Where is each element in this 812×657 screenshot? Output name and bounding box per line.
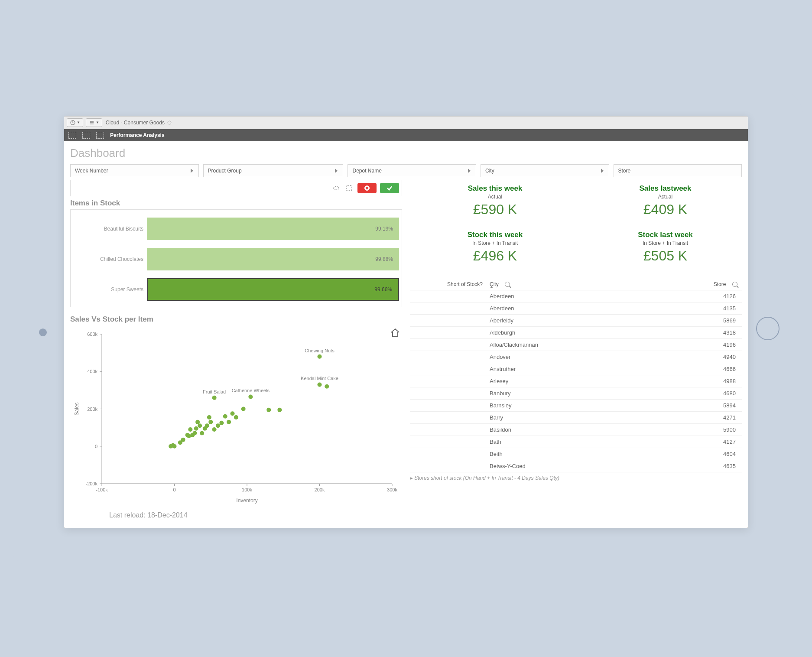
app-window: ▼ ▼ Cloud - Consumer Goods Performance A…	[64, 116, 748, 528]
kpi-value: £505 K	[593, 248, 737, 264]
chevron-right-icon	[601, 169, 604, 173]
filter-store[interactable]: Store	[614, 164, 742, 177]
page-title: Dashboard	[70, 146, 742, 160]
svg-text:Sales: Sales	[74, 402, 80, 415]
svg-point-37	[266, 407, 271, 412]
filter-label: Store	[618, 168, 631, 174]
col-city[interactable]: City ▲	[485, 281, 666, 287]
search-icon[interactable]	[505, 282, 510, 287]
cancel-selection-button[interactable]	[357, 183, 377, 193]
svg-text:0: 0	[95, 443, 97, 449]
cell-store: 4666	[666, 366, 740, 372]
table-row[interactable]: Arlesey4988	[410, 375, 742, 387]
filter-row: Week Number Product Group Depot Name Cit…	[70, 164, 742, 177]
bar-row[interactable]: Super Sweets99.66%	[73, 278, 399, 301]
window-titlebar: ▼ ▼ Cloud - Consumer Goods	[64, 117, 748, 129]
cell-city: Banbury	[485, 390, 666, 397]
table-row[interactable]: Beith4604	[410, 448, 742, 460]
cell-city: Aberdeen	[485, 305, 666, 312]
cell-city: Barnsley	[485, 402, 666, 409]
bar-label: Chilled Chocolates	[73, 256, 147, 262]
svg-point-52	[198, 423, 202, 428]
cell-store: 4196	[666, 342, 740, 348]
cell-city: Aberdeen	[485, 293, 666, 299]
cell-store: 5900	[666, 426, 740, 433]
table-row[interactable]: Barnsley5894	[410, 400, 742, 412]
sheet-title: Performance Analysis	[110, 132, 165, 138]
table-row[interactable]: Banbury4680	[410, 387, 742, 400]
table-row[interactable]: Andover4940	[410, 351, 742, 363]
filter-product-group[interactable]: Product Group	[203, 164, 344, 177]
filter-week-number[interactable]: Week Number	[70, 164, 199, 177]
chevron-right-icon	[335, 169, 338, 173]
search-icon[interactable]	[732, 282, 737, 287]
svg-point-30	[318, 382, 322, 387]
kpi-subtitle: In Store + In Transit	[593, 240, 737, 246]
scatter-chart[interactable]: -200k0200k400k600k-100k0100k200k300kInve…	[70, 325, 402, 509]
col-store[interactable]: Store	[666, 281, 740, 287]
app-title: Cloud - Consumer Goods	[106, 120, 165, 126]
kpi-subtitle: Actual	[423, 194, 567, 200]
svg-point-53	[195, 420, 200, 424]
kpi-value: £590 K	[423, 202, 567, 218]
bar-row[interactable]: Beautiful Biscuits99.19%	[73, 218, 399, 240]
svg-text:600k: 600k	[87, 332, 97, 337]
cell-store: 4604	[666, 451, 740, 457]
svg-point-39	[241, 407, 246, 411]
svg-point-38	[277, 407, 282, 412]
lasso-icon[interactable]	[331, 183, 341, 193]
kpi-title: Stock this week	[423, 231, 567, 239]
svg-point-61	[178, 440, 182, 445]
svg-point-64	[172, 444, 177, 448]
selection-forward-icon[interactable]	[82, 132, 90, 139]
kpi-title: Sales this week	[423, 184, 567, 193]
bar-label: Beautiful Biscuits	[73, 226, 147, 232]
cell-store: 4127	[666, 439, 740, 445]
last-reload-text: Last reload: 18-Dec-2014	[109, 511, 402, 519]
svg-point-32	[325, 384, 329, 388]
svg-point-57	[188, 427, 192, 431]
svg-point-47	[208, 420, 213, 424]
selection-tool-icon[interactable]	[344, 183, 354, 193]
table-row[interactable]: Anstruther4666	[410, 363, 742, 375]
filter-label: City	[485, 168, 494, 174]
table-row[interactable]: Barry4271	[410, 412, 742, 424]
cell-city: Bath	[485, 439, 666, 445]
info-icon	[167, 120, 172, 125]
table-row[interactable]: Aberdeen4126	[410, 290, 742, 302]
cell-city: Andover	[485, 354, 666, 360]
selection-clear-icon[interactable]	[96, 132, 104, 139]
cell-city: Barry	[485, 414, 666, 421]
svg-point-33	[248, 394, 253, 399]
list-menu-button[interactable]: ▼	[86, 118, 102, 127]
table-row[interactable]: Aldeburgh4318	[410, 327, 742, 339]
cell-city: Aldeburgh	[485, 329, 666, 336]
svg-text:200k: 200k	[87, 406, 97, 411]
svg-text:-100k: -100k	[96, 487, 108, 492]
selection-back-icon[interactable]	[68, 132, 76, 139]
svg-text:Inventory: Inventory	[236, 498, 257, 504]
filter-label: Product Group	[208, 168, 242, 174]
kpi-grid: Sales this week Actual £590 K Sales last…	[410, 180, 742, 264]
filter-city[interactable]: City	[481, 164, 609, 177]
cell-store: 4680	[666, 390, 740, 397]
kpi-value: £496 K	[423, 248, 567, 264]
table-row[interactable]: Basildon5900	[410, 424, 742, 436]
col-short-of-stock[interactable]: Short of Stock?	[412, 281, 485, 287]
bar-row[interactable]: Chilled Chocolates99.88%	[73, 248, 399, 270]
cell-store: 4635	[666, 463, 740, 469]
home-icon[interactable]	[389, 326, 401, 338]
expand-icon[interactable]: ▸	[410, 475, 412, 481]
confirm-selection-button[interactable]	[380, 183, 399, 193]
table-row[interactable]: Aberdeen4135	[410, 302, 742, 315]
filter-depot-name[interactable]: Depot Name	[348, 164, 476, 177]
table-row[interactable]: Bath4127	[410, 436, 742, 448]
kpi-sales-this-week: Sales this week Actual £590 K	[423, 184, 567, 218]
table-row[interactable]: Aberfeldy5869	[410, 315, 742, 327]
table-row[interactable]: Betws-Y-Coed4635	[410, 460, 742, 472]
nav-menu-button[interactable]: ▼	[67, 118, 83, 127]
table-row[interactable]: Alloa/Clackmannan4196	[410, 339, 742, 351]
svg-point-1	[168, 121, 171, 124]
kpi-value: £409 K	[593, 202, 737, 218]
cell-store: 4940	[666, 354, 740, 360]
